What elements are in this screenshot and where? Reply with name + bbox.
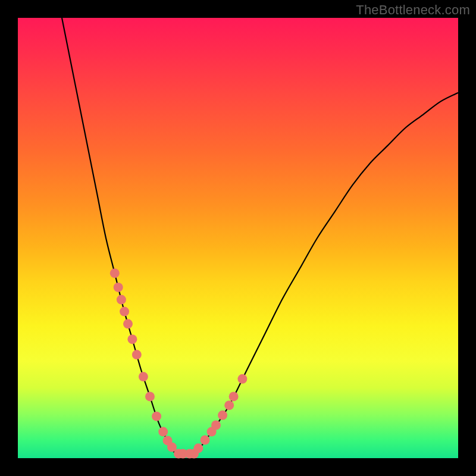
watermark-text: TheBottleneck.com [356, 2, 470, 18]
bottleneck-curve [62, 18, 458, 456]
curve-layer [18, 18, 458, 458]
curve-marker-dot [127, 334, 137, 344]
curve-marker-dot [123, 319, 133, 328]
curve-marker-dot [218, 411, 227, 420]
curve-marker-dot [224, 400, 234, 410]
curve-marker-dot [110, 268, 120, 278]
curve-marker-dot [237, 374, 247, 384]
curve-marker-dot [158, 427, 168, 437]
curve-marker-dot [139, 372, 148, 381]
curve-marker-dot [201, 435, 210, 444]
curve-marker-dot [117, 295, 126, 305]
curve-marker-dot [145, 392, 155, 401]
curve-marker-dot [120, 307, 129, 317]
curve-markers [110, 268, 248, 458]
curve-marker-dot [132, 350, 142, 359]
curve-marker-dot [193, 443, 203, 453]
curve-marker-dot [211, 421, 221, 430]
curve-marker-dot [152, 412, 161, 421]
curve-marker-dot [114, 283, 123, 292]
chart-frame: TheBottleneck.com [0, 0, 476, 476]
plot-area [18, 18, 458, 458]
curve-marker-dot [229, 392, 239, 401]
